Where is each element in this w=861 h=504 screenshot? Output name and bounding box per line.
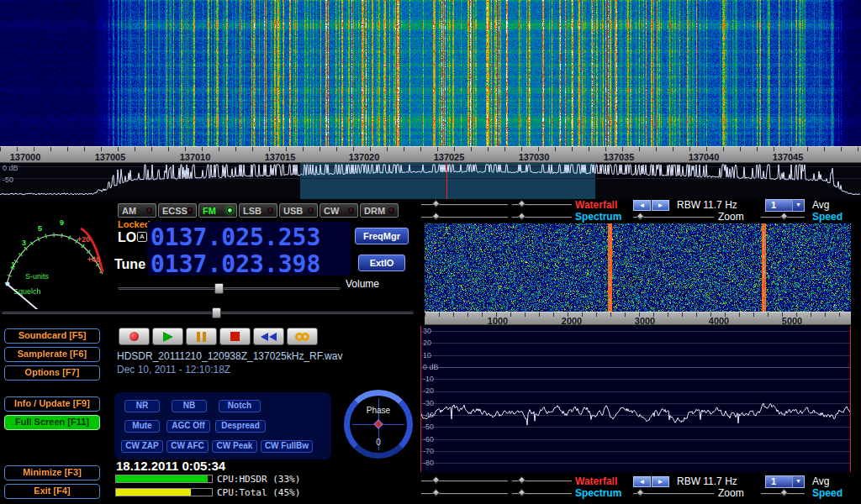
play-button[interactable] [152,328,183,345]
mode-label: ECSS [162,206,188,216]
despread-button[interactable]: Despread [215,420,266,433]
notch-button[interactable]: Notch [219,400,261,412]
stop-button[interactable] [219,328,251,345]
avg-select[interactable]: 1 ▼ [765,199,805,212]
recording-timestamp: Dec 10, 2011 - 12:10:18Z [117,364,230,375]
slider-thumb[interactable] [432,489,441,497]
mute-button[interactable]: Mute [124,420,160,433]
main-spectrum-display[interactable] [0,163,861,199]
rf-scale-label: 1000 [488,316,508,326]
nr-button[interactable]: NR [124,400,160,412]
mode-led [146,207,152,213]
chevron-down-icon[interactable]: ▼ [792,200,804,211]
minimize-button[interactable]: Minimize [F3] [4,465,100,480]
mode-am-button[interactable]: AM [118,203,156,218]
mode-drm-button[interactable]: DRM [360,203,399,218]
nb-button[interactable]: NB [172,400,207,412]
slider-thumb[interactable] [518,476,526,485]
top-speed-slider[interactable] [761,213,805,221]
band-next-button[interactable]: ► [652,200,669,211]
rf-spectrum-display[interactable] [420,326,851,472]
spectrum-mode-label[interactable]: Spectrum [575,487,621,499]
mode-usb-button[interactable]: USB [279,203,318,218]
cw-zap-button[interactable]: CW ZAP [121,440,163,453]
mode-lsb-button[interactable]: LSB [239,203,277,218]
avg-label: Avg [812,199,829,211]
info-update-button[interactable]: Info / Update [F9] [4,396,100,412]
lo-auto-badge[interactable]: A [137,232,147,242]
bottom-spectrum-offset-slider[interactable] [512,490,572,497]
slider-thumb[interactable] [780,489,789,497]
lo-frequency-value[interactable]: 0137.025.253 [151,223,320,251]
agc-button[interactable]: AGC Off [166,420,210,433]
mode-label: CW [324,206,339,216]
slider-thumb[interactable] [518,200,526,208]
top-waterfall-brightness-slider[interactable] [421,201,508,208]
spectrum-mode-label[interactable]: Spectrum [575,211,621,223]
db-label: -10 [423,375,434,383]
record-button[interactable] [119,328,150,345]
db-label: -80 [423,459,434,467]
cw-peak-button[interactable]: CW Peak [212,440,257,453]
slider-thumb[interactable] [637,489,645,497]
options-button[interactable]: Options [F7] [4,365,100,381]
top-spectrum-offset-slider[interactable] [512,213,572,221]
pause-button[interactable] [186,328,217,345]
top-zoom-slider[interactable] [633,213,714,221]
slider-thumb[interactable] [780,213,789,221]
main-waterfall-display[interactable] [0,0,861,146]
slider-thumb[interactable] [432,200,441,208]
slider-thumb[interactable] [637,213,645,221]
slider-thumb[interactable] [432,476,441,485]
slider-thumb[interactable] [214,283,224,294]
freqmgr-button[interactable]: FreqMgr [355,228,409,244]
rf-frequency-scale[interactable]: 1000 2000 3000 4000 5000 [425,312,851,325]
mode-label: USB [283,206,303,216]
rf-spectrum-area[interactable]: 30 20 10 0 dB -10 -20 -30 -40 -50 -60 -7… [420,326,851,472]
cw-afc-button[interactable]: CW AFC [166,440,209,453]
avg-select-bottom[interactable]: 1 ▼ [765,475,805,488]
main-spectrum-area[interactable]: 0 dB -50 [0,163,861,199]
chevron-down-icon[interactable]: ▼ [792,476,804,487]
bottom-speed-slider[interactable] [761,490,805,497]
band-next-button[interactable]: ► [652,476,669,487]
zoom-label: Zoom [718,211,744,223]
rf-display-controls-bottom: Waterfall ◄ ► RBW 11.7 Hz 1 ▼ Avg Spectr… [418,475,861,499]
phase-indicator[interactable]: Phase 0 [344,390,413,459]
scale-tick-marks [0,147,861,151]
bottom-spectrum-range-slider[interactable] [421,490,508,497]
mode-fm-button[interactable]: FM [198,203,237,218]
fullscreen-button[interactable]: Full Screen [F11] [4,415,100,430]
band-prev-button[interactable]: ◄ [633,476,651,487]
samplerate-button[interactable]: Samplerate [F6] [4,347,100,362]
bottom-zoom-slider[interactable] [633,490,714,497]
mode-ecss-button[interactable]: ECSS [158,203,197,218]
mode-cw-button[interactable]: CW [320,203,358,218]
tune-frequency-value[interactable]: 0137.023.398 [151,250,320,278]
tune-position-slider[interactable] [2,307,414,319]
mode-led [348,207,354,213]
waterfall-mode-label[interactable]: Waterfall [575,199,617,211]
slider-thumb[interactable] [432,213,441,221]
band-prev-button[interactable]: ◄ [633,200,651,211]
volume-label: Volume [346,278,379,290]
rf-waterfall-display[interactable] [425,223,851,312]
bottom-waterfall-contrast-slider[interactable] [512,477,572,485]
slider-thumb[interactable] [518,213,526,221]
record-icon [129,332,139,341]
top-spectrum-range-slider[interactable] [421,213,508,221]
cw-fullbw-button[interactable]: CW FullBw [261,440,313,453]
top-waterfall-contrast-slider[interactable] [512,201,572,208]
main-frequency-scale[interactable]: 137000 137005 137010 137015 137020 13702… [0,146,861,163]
exit-button[interactable]: Exit [F4] [4,484,100,499]
extio-button[interactable]: ExtIO [358,255,405,271]
volume-slider[interactable] [118,283,341,295]
loop-button[interactable] [287,328,318,345]
soundcard-button[interactable]: Soundcard [F5] [4,328,100,344]
rewind-button[interactable] [253,328,284,345]
slider-thumb[interactable] [518,489,526,497]
freq-scale-label: 137000 [10,152,41,162]
waterfall-mode-label[interactable]: Waterfall [575,475,617,487]
bottom-waterfall-brightness-slider[interactable] [421,477,508,485]
slider-thumb[interactable] [212,307,221,318]
